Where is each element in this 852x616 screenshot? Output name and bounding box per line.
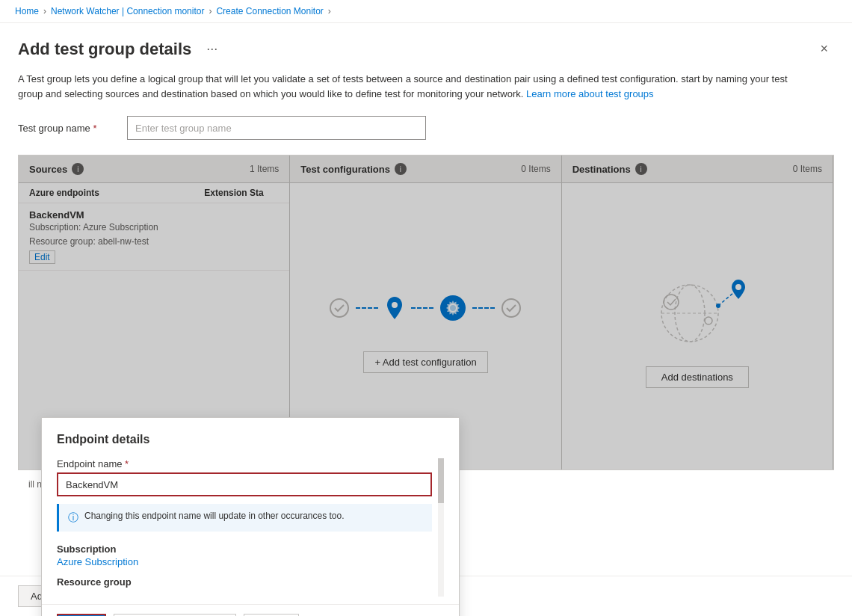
endpoint-popup: Endpoint details Endpoint name * ⓘ Chang… — [41, 417, 460, 616]
info-banner-text: Changing this endpoint name will update … — [84, 510, 345, 523]
breadcrumb-sep-2: › — [209, 6, 212, 16]
popup-footer: Save Delete saved endpoint Cancel — [42, 604, 459, 616]
popup-body: Endpoint details Endpoint name * ⓘ Chang… — [42, 418, 459, 604]
subscription-value: Azure Subscription — [57, 556, 432, 567]
popup-save-button[interactable]: Save — [57, 614, 106, 616]
page-description: A Test group lets you define a logical g… — [18, 72, 803, 101]
breadcrumb-home[interactable]: Home — [15, 6, 39, 16]
panels-row: Sources i 1 Items Azure endpoints Extens… — [18, 155, 834, 470]
page-title-row: Add test group details ··· × — [18, 38, 834, 60]
test-group-name-row: Test group name * — [18, 116, 834, 140]
breadcrumb-nw[interactable]: Network Watcher | Connection monitor — [51, 6, 204, 16]
popup-title: Endpoint details — [57, 433, 444, 446]
test-group-name-label: Test group name * — [18, 123, 115, 134]
title-more-options[interactable]: ··· — [206, 41, 217, 57]
popup-scrollbar-thumb — [438, 458, 444, 503]
test-group-name-input[interactable] — [127, 116, 426, 140]
close-button[interactable]: × — [814, 38, 834, 60]
endpoint-name-input[interactable] — [57, 472, 432, 496]
main-content: Add test group details ··· × A Test grou… — [0, 23, 852, 511]
resource-group-label: Resource group — [57, 576, 432, 588]
page-title: Add test group details — [18, 40, 191, 59]
popup-required-star: * — [125, 458, 129, 469]
popup-scrollbar[interactable] — [438, 458, 444, 597]
info-banner: ⓘ Changing this endpoint name will updat… — [57, 504, 432, 532]
breadcrumb-sep-1: › — [43, 6, 46, 16]
popup-cancel-button[interactable]: Cancel — [244, 614, 299, 616]
subscription-label: Subscription — [57, 543, 432, 555]
breadcrumb: Home › Network Watcher | Connection moni… — [0, 0, 852, 23]
popup-scroll-area: Endpoint name * ⓘ Changing this endpoint… — [57, 458, 444, 597]
info-banner-icon: ⓘ — [68, 511, 78, 526]
page-container: Home › Network Watcher | Connection moni… — [0, 0, 852, 616]
required-indicator: * — [93, 123, 96, 134]
breadcrumb-ccm[interactable]: Create Connection Monitor — [216, 6, 323, 16]
breadcrumb-sep-3: › — [328, 6, 331, 16]
popup-delete-button[interactable]: Delete saved endpoint — [114, 614, 235, 616]
learn-more-link[interactable]: Learn more about test groups — [526, 88, 654, 99]
endpoint-name-label: Endpoint name * — [57, 458, 432, 469]
